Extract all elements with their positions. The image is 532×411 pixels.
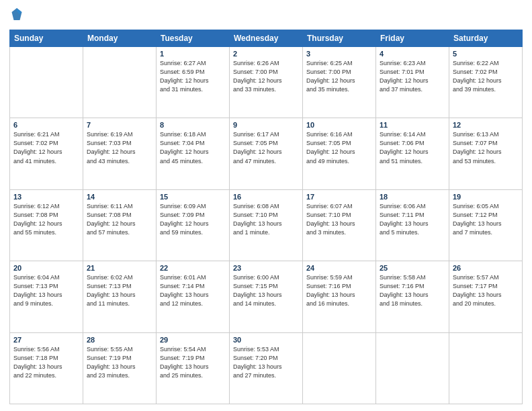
day-info: Sunrise: 6:17 AM Sunset: 7:05 PM Dayligh… (233, 130, 299, 165)
day-number: 14 (87, 193, 152, 201)
calendar-cell: 13Sunrise: 6:12 AM Sunset: 7:08 PM Dayli… (10, 189, 83, 261)
calendar-cell: 15Sunrise: 6:09 AM Sunset: 7:09 PM Dayli… (157, 189, 230, 261)
day-number: 26 (453, 264, 519, 272)
week-row-2: 6Sunrise: 6:21 AM Sunset: 7:02 PM Daylig… (10, 118, 523, 189)
calendar-cell: 27Sunrise: 5:56 AM Sunset: 7:18 PM Dayli… (10, 332, 83, 404)
day-info: Sunrise: 6:13 AM Sunset: 7:07 PM Dayligh… (453, 130, 519, 165)
day-number: 13 (13, 193, 79, 201)
calendar-cell: 30Sunrise: 5:53 AM Sunset: 7:20 PM Dayli… (230, 332, 303, 404)
calendar-cell: 3Sunrise: 6:25 AM Sunset: 7:00 PM Daylig… (303, 47, 376, 118)
day-number: 17 (306, 193, 372, 201)
day-number: 27 (13, 336, 79, 344)
day-number: 9 (233, 121, 299, 129)
day-info: Sunrise: 6:05 AM Sunset: 7:12 PM Dayligh… (453, 202, 519, 237)
calendar-cell: 24Sunrise: 5:59 AM Sunset: 7:16 PM Dayli… (303, 261, 376, 332)
calendar-cell: 26Sunrise: 5:57 AM Sunset: 7:17 PM Dayli… (449, 261, 523, 332)
header (9, 7, 523, 24)
day-info: Sunrise: 6:11 AM Sunset: 7:08 PM Dayligh… (87, 202, 152, 237)
calendar-cell (83, 47, 157, 118)
calendar-cell: 6Sunrise: 6:21 AM Sunset: 7:02 PM Daylig… (10, 118, 83, 189)
calendar-cell (303, 332, 376, 404)
day-number: 21 (87, 264, 152, 272)
calendar-cell: 2Sunrise: 6:26 AM Sunset: 7:00 PM Daylig… (230, 47, 303, 118)
day-info: Sunrise: 6:06 AM Sunset: 7:11 PM Dayligh… (380, 202, 445, 237)
calendar-cell: 14Sunrise: 6:11 AM Sunset: 7:08 PM Dayli… (83, 189, 157, 261)
day-number: 7 (87, 121, 152, 129)
calendar-table: SundayMondayTuesdayWednesdayThursdayFrid… (9, 30, 523, 404)
calendar-cell: 19Sunrise: 6:05 AM Sunset: 7:12 PM Dayli… (449, 189, 523, 261)
day-number: 29 (160, 336, 226, 344)
day-number: 4 (380, 50, 445, 58)
day-number: 19 (453, 193, 519, 201)
calendar-cell: 12Sunrise: 6:13 AM Sunset: 7:07 PM Dayli… (449, 118, 523, 189)
week-row-1: 1Sunrise: 6:27 AM Sunset: 6:59 PM Daylig… (10, 47, 523, 118)
weekday-header-thursday: Thursday (303, 30, 376, 47)
day-number: 22 (160, 264, 226, 272)
calendar-cell: 17Sunrise: 6:07 AM Sunset: 7:10 PM Dayli… (303, 189, 376, 261)
day-number: 18 (380, 193, 445, 201)
calendar-cell: 9Sunrise: 6:17 AM Sunset: 7:05 PM Daylig… (230, 118, 303, 189)
day-number: 16 (233, 193, 299, 201)
weekday-header-saturday: Saturday (449, 30, 523, 47)
day-number: 30 (233, 336, 299, 344)
day-number: 11 (380, 121, 445, 129)
day-number: 6 (13, 121, 79, 129)
calendar-cell (449, 332, 523, 404)
day-info: Sunrise: 5:56 AM Sunset: 7:18 PM Dayligh… (13, 345, 79, 380)
day-info: Sunrise: 6:25 AM Sunset: 7:00 PM Dayligh… (306, 59, 372, 94)
day-number: 20 (13, 264, 79, 272)
day-number: 28 (87, 336, 152, 344)
day-number: 12 (453, 121, 519, 129)
day-info: Sunrise: 5:57 AM Sunset: 7:17 PM Dayligh… (453, 273, 519, 308)
logo (9, 7, 24, 24)
weekday-header-monday: Monday (83, 30, 157, 47)
day-info: Sunrise: 6:04 AM Sunset: 7:13 PM Dayligh… (13, 273, 79, 308)
weekday-header-tuesday: Tuesday (157, 30, 230, 47)
day-number: 25 (380, 264, 445, 272)
day-info: Sunrise: 6:16 AM Sunset: 7:05 PM Dayligh… (306, 130, 372, 165)
day-info: Sunrise: 6:08 AM Sunset: 7:10 PM Dayligh… (233, 202, 299, 237)
calendar-cell: 21Sunrise: 6:02 AM Sunset: 7:13 PM Dayli… (83, 261, 157, 332)
day-info: Sunrise: 5:55 AM Sunset: 7:19 PM Dayligh… (87, 345, 152, 380)
calendar-cell: 5Sunrise: 6:22 AM Sunset: 7:02 PM Daylig… (449, 47, 523, 118)
day-info: Sunrise: 5:58 AM Sunset: 7:16 PM Dayligh… (380, 273, 445, 308)
day-info: Sunrise: 6:18 AM Sunset: 7:04 PM Dayligh… (160, 130, 226, 165)
day-number: 15 (160, 193, 226, 201)
calendar-cell: 8Sunrise: 6:18 AM Sunset: 7:04 PM Daylig… (157, 118, 230, 189)
day-info: Sunrise: 5:59 AM Sunset: 7:16 PM Dayligh… (306, 273, 372, 308)
calendar-cell (10, 47, 83, 118)
day-info: Sunrise: 6:21 AM Sunset: 7:02 PM Dayligh… (13, 130, 79, 165)
day-number: 23 (233, 264, 299, 272)
day-number: 1 (160, 50, 226, 58)
calendar-cell: 4Sunrise: 6:23 AM Sunset: 7:01 PM Daylig… (376, 47, 449, 118)
calendar-cell (376, 332, 449, 404)
calendar-cell: 7Sunrise: 6:19 AM Sunset: 7:03 PM Daylig… (83, 118, 157, 189)
day-info: Sunrise: 6:07 AM Sunset: 7:10 PM Dayligh… (306, 202, 372, 237)
day-info: Sunrise: 6:00 AM Sunset: 7:15 PM Dayligh… (233, 273, 299, 308)
day-info: Sunrise: 6:27 AM Sunset: 6:59 PM Dayligh… (160, 59, 226, 94)
week-row-5: 27Sunrise: 5:56 AM Sunset: 7:18 PM Dayli… (10, 332, 523, 404)
weekday-header-friday: Friday (376, 30, 449, 47)
day-number: 10 (306, 121, 372, 129)
page: SundayMondayTuesdayWednesdayThursdayFrid… (0, 0, 532, 411)
day-info: Sunrise: 6:23 AM Sunset: 7:01 PM Dayligh… (380, 59, 445, 94)
calendar-cell: 25Sunrise: 5:58 AM Sunset: 7:16 PM Dayli… (376, 261, 449, 332)
day-info: Sunrise: 6:02 AM Sunset: 7:13 PM Dayligh… (87, 273, 152, 308)
day-info: Sunrise: 5:54 AM Sunset: 7:19 PM Dayligh… (160, 345, 226, 380)
day-info: Sunrise: 6:12 AM Sunset: 7:08 PM Dayligh… (13, 202, 79, 237)
calendar-cell: 11Sunrise: 6:14 AM Sunset: 7:06 PM Dayli… (376, 118, 449, 189)
weekday-header-wednesday: Wednesday (230, 30, 303, 47)
calendar-cell: 22Sunrise: 6:01 AM Sunset: 7:14 PM Dayli… (157, 261, 230, 332)
calendar-cell: 29Sunrise: 5:54 AM Sunset: 7:19 PM Dayli… (157, 332, 230, 404)
week-row-3: 13Sunrise: 6:12 AM Sunset: 7:08 PM Dayli… (10, 189, 523, 261)
day-info: Sunrise: 5:53 AM Sunset: 7:20 PM Dayligh… (233, 345, 299, 380)
day-number: 5 (453, 50, 519, 58)
calendar-cell: 18Sunrise: 6:06 AM Sunset: 7:11 PM Dayli… (376, 189, 449, 261)
day-number: 24 (306, 264, 372, 272)
day-info: Sunrise: 6:01 AM Sunset: 7:14 PM Dayligh… (160, 273, 226, 308)
calendar-cell: 23Sunrise: 6:00 AM Sunset: 7:15 PM Dayli… (230, 261, 303, 332)
day-number: 3 (306, 50, 372, 58)
day-info: Sunrise: 6:22 AM Sunset: 7:02 PM Dayligh… (453, 59, 519, 94)
calendar-cell: 1Sunrise: 6:27 AM Sunset: 6:59 PM Daylig… (157, 47, 230, 118)
day-info: Sunrise: 6:09 AM Sunset: 7:09 PM Dayligh… (160, 202, 226, 237)
